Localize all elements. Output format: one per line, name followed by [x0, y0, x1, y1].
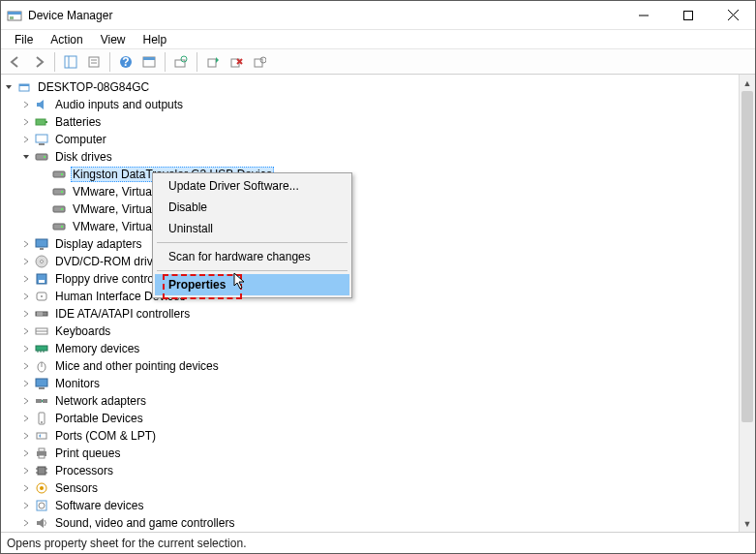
disable-button[interactable] — [249, 51, 270, 73]
tree-row[interactable]: Portable Devices — [1, 410, 739, 427]
tree-row[interactable]: Software devices — [1, 497, 739, 514]
forward-button[interactable] — [28, 51, 49, 73]
cm-label: Disable — [168, 200, 207, 214]
tree-row[interactable]: DVD/CD-ROM drives — [1, 253, 739, 270]
maximize-button[interactable] — [666, 1, 711, 29]
vertical-scrollbar[interactable]: ▲ ▼ — [739, 75, 755, 532]
tree-row[interactable]: Disk drives — [1, 148, 739, 166]
svg-rect-15 — [143, 57, 155, 60]
chevron-right-icon[interactable] — [18, 117, 34, 127]
chevron-right-icon[interactable] — [18, 414, 34, 423]
update-driver-button[interactable] — [202, 51, 224, 73]
svg-rect-18 — [208, 59, 216, 67]
scroll-up-icon[interactable]: ▲ — [740, 75, 755, 91]
cm-properties[interactable]: Properties — [155, 274, 349, 295]
chevron-right-icon[interactable] — [18, 448, 34, 458]
chevron-right-icon[interactable] — [18, 431, 34, 441]
toolbar-separator — [165, 52, 166, 72]
chevron-down-icon[interactable] — [18, 152, 34, 162]
tree-label: IDE ATA/ATAPI controllers — [53, 306, 192, 322]
tree-scroll[interactable]: DESKTOP-08G84GCAudio inputs and outputsB… — [1, 75, 739, 532]
scroll-thumb[interactable] — [741, 91, 753, 422]
chevron-right-icon[interactable] — [18, 396, 34, 406]
tree-row[interactable]: Computer — [1, 131, 739, 148]
tree-row[interactable]: VMware, Virtual disk — [1, 200, 739, 218]
software-icon — [34, 498, 49, 513]
chevron-right-icon[interactable] — [18, 326, 34, 336]
tree-row[interactable]: Display adapters — [1, 235, 739, 253]
back-button[interactable] — [5, 51, 26, 73]
menu-view[interactable]: View — [93, 31, 134, 48]
scroll-track[interactable] — [740, 91, 755, 515]
tree-row[interactable]: Batteries — [1, 113, 739, 131]
chevron-right-icon[interactable] — [18, 483, 34, 493]
hid-icon — [34, 289, 49, 304]
tree-row[interactable]: VMware, Virtual disk — [1, 183, 739, 200]
chevron-right-icon[interactable] — [18, 135, 34, 144]
scroll-down-icon[interactable]: ▼ — [740, 515, 755, 532]
svg-point-66 — [41, 421, 43, 423]
close-button[interactable] — [711, 1, 755, 29]
svg-rect-4 — [684, 11, 693, 19]
svg-rect-22 — [255, 59, 262, 67]
minimize-button[interactable] — [621, 1, 666, 29]
tree-row[interactable]: Kingston DataTraveler G3 USB Device — [1, 166, 739, 183]
tree-row[interactable]: Monitors — [1, 375, 739, 392]
tree-row[interactable]: Processors — [1, 462, 739, 479]
tree-row[interactable]: Mice and other pointing devices — [1, 357, 739, 375]
tree-row[interactable]: DESKTOP-08G84GC — [1, 78, 739, 96]
chevron-right-icon[interactable] — [18, 239, 34, 249]
menu-action[interactable]: Action — [43, 31, 90, 48]
chevron-down-icon[interactable] — [1, 82, 16, 92]
svg-point-77 — [40, 486, 44, 490]
tree-row[interactable]: Print queues — [1, 445, 739, 462]
tree-row[interactable]: IDE ATA/ATAPI controllers — [1, 305, 739, 323]
chevron-right-icon[interactable] — [18, 274, 34, 284]
svg-point-35 — [61, 191, 63, 193]
chevron-right-icon[interactable] — [18, 100, 34, 109]
chevron-right-icon[interactable] — [18, 501, 34, 510]
tree-row[interactable]: Sensors — [1, 479, 739, 497]
svg-rect-63 — [43, 399, 47, 403]
tree-row[interactable]: Keyboards — [1, 323, 739, 340]
tree-row[interactable]: Floppy drive controllers — [1, 270, 739, 288]
disk-icon — [51, 167, 67, 182]
ide-icon — [34, 306, 49, 322]
chevron-right-icon[interactable] — [18, 257, 34, 266]
cm-scan-hardware[interactable]: Scan for hardware changes — [155, 246, 349, 267]
tree-row[interactable]: Human Interface Devices — [1, 288, 739, 305]
menubar: File Action View Help — [1, 30, 755, 49]
chevron-right-icon[interactable] — [18, 518, 34, 528]
uninstall-button[interactable] — [226, 51, 247, 73]
cm-disable[interactable]: Disable — [155, 197, 349, 218]
tree-row[interactable]: Memory devices — [1, 340, 739, 357]
tree-row[interactable]: Network adapters — [1, 392, 739, 410]
chevron-right-icon[interactable] — [18, 379, 34, 388]
properties-toolbar-button[interactable] — [83, 51, 105, 73]
window-buttons — [621, 1, 755, 29]
chevron-right-icon[interactable] — [18, 466, 34, 476]
tree-row[interactable]: VMware, Virtual disk — [1, 218, 739, 235]
menu-file[interactable]: File — [7, 31, 41, 48]
menu-help[interactable]: Help — [136, 31, 175, 48]
audio-icon — [34, 97, 49, 112]
disk-icon — [51, 184, 67, 200]
printer-icon — [34, 446, 49, 461]
chevron-right-icon[interactable] — [18, 344, 34, 354]
help-button[interactable]: ? — [115, 51, 136, 73]
cm-update-driver[interactable]: Update Driver Software... — [155, 175, 349, 197]
chevron-right-icon[interactable] — [18, 361, 34, 371]
tree-row[interactable]: Ports (COM & LPT) — [1, 427, 739, 445]
action-button[interactable] — [138, 51, 160, 73]
scan-hardware-button[interactable] — [170, 51, 192, 73]
tree-row[interactable]: Audio inputs and outputs — [1, 96, 739, 113]
svg-rect-32 — [53, 171, 65, 177]
toolbar-separator — [109, 52, 110, 72]
chevron-right-icon[interactable] — [18, 309, 34, 319]
chevron-right-icon[interactable] — [18, 292, 34, 301]
tree-row[interactable]: Sound, video and game controllers — [1, 514, 739, 532]
svg-text:?: ? — [122, 55, 129, 69]
show-hide-tree-button[interactable] — [60, 51, 81, 73]
cm-uninstall[interactable]: Uninstall — [155, 218, 349, 239]
tree-label: Processors — [53, 463, 115, 478]
